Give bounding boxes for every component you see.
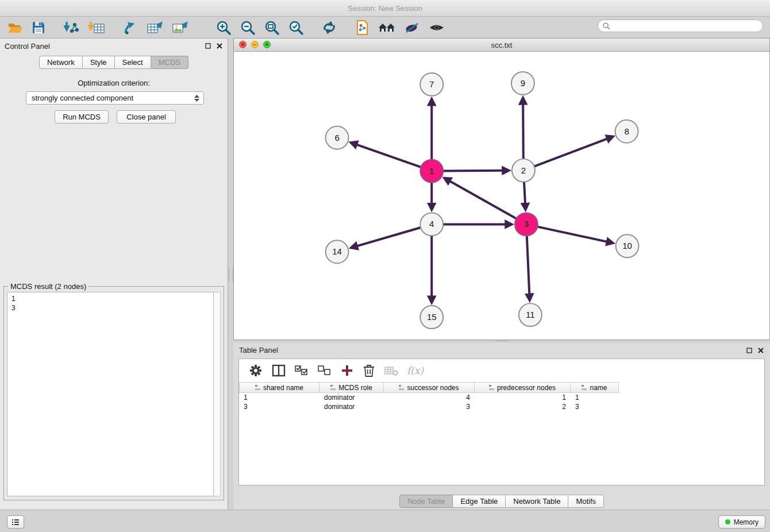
network-canvas[interactable]: 1234678910111415: [234, 51, 769, 340]
home-icon[interactable]: [374, 18, 400, 37]
graph-node-10[interactable]: 10: [616, 234, 639, 257]
zoom-selected-icon[interactable]: [284, 18, 308, 37]
graph-edge-3-11[interactable]: [527, 236, 530, 300]
float-panel-icon[interactable]: [746, 347, 753, 354]
graph-node-6[interactable]: 6: [326, 126, 349, 149]
graph-edge-2-9[interactable]: [523, 98, 523, 159]
window-zoom-icon[interactable]: [263, 41, 271, 48]
column-header-successor-nodes[interactable]: successor nodes: [384, 382, 475, 393]
delete-table-icon[interactable]: [380, 361, 402, 380]
graph-edge-4-14[interactable]: [351, 228, 421, 248]
table-cell[interactable]: 1: [571, 394, 619, 402]
column-header-name[interactable]: name: [571, 382, 619, 393]
open-session-icon[interactable]: [3, 18, 28, 37]
tab-mcds[interactable]: MCDS: [151, 56, 188, 69]
optimization-criterion-select[interactable]: strongly connected component: [26, 91, 204, 105]
zoom-fit-icon[interactable]: [260, 18, 284, 37]
close-panel-button[interactable]: Close panel: [117, 110, 176, 124]
tab-motifs[interactable]: Motifs: [568, 495, 604, 508]
table-cell[interactable]: dominator: [319, 403, 384, 411]
node-table-container: f(x) shared nameMCDS rolesuccessor nodes…: [238, 358, 765, 485]
graph-node-4[interactable]: 4: [420, 213, 443, 236]
refresh-icon[interactable]: [317, 18, 341, 37]
column-header-MCDS-role[interactable]: MCDS role: [319, 382, 384, 393]
tab-select[interactable]: Select: [115, 56, 151, 69]
control-panel-title: Control Panel: [5, 42, 50, 51]
zoom-in-icon[interactable]: [211, 18, 236, 37]
graph-node-1[interactable]: 1: [420, 160, 443, 183]
column-header-predecessor-nodes[interactable]: predecessor nodes: [475, 382, 571, 393]
graph-edge-1-2[interactable]: [443, 171, 509, 171]
table-cell[interactable]: 3: [571, 403, 619, 411]
graph-node-15[interactable]: 15: [420, 306, 443, 329]
graph-node-14[interactable]: 14: [326, 240, 349, 263]
graph-node-2[interactable]: 2: [512, 159, 535, 182]
tab-edge-table[interactable]: Edge Table: [453, 495, 506, 508]
column-header-shared-name[interactable]: shared name: [239, 382, 319, 393]
graph-edge-3-10[interactable]: [537, 227, 613, 243]
tab-network-table[interactable]: Network Table: [506, 495, 568, 508]
export-network-icon[interactable]: [118, 18, 143, 37]
float-panel-icon[interactable]: [205, 43, 211, 49]
window-close-icon[interactable]: [239, 41, 247, 48]
tab-node-table[interactable]: Node Table: [399, 495, 453, 508]
add-row-icon[interactable]: [337, 361, 357, 380]
vertical-splitter[interactable]: [228, 38, 233, 510]
table-cell[interactable]: 3: [239, 403, 319, 411]
window-minimize-icon[interactable]: [251, 41, 259, 48]
export-image-icon[interactable]: [168, 18, 193, 37]
zoom-out-icon[interactable]: [236, 18, 260, 37]
show-graphics-details-icon[interactable]: [424, 18, 449, 37]
network-file-icon[interactable]: [351, 18, 374, 37]
graph-node-8[interactable]: 8: [615, 120, 638, 143]
svg-text:8: 8: [624, 126, 629, 136]
mcds-result-list[interactable]: 1 3: [7, 292, 214, 496]
memory-button[interactable]: Memory: [718, 515, 765, 529]
table-cell[interactable]: 4: [384, 394, 475, 402]
table-cell[interactable]: 3: [384, 403, 475, 411]
table-cell[interactable]: dominator: [319, 394, 384, 402]
function-builder-icon[interactable]: f(x): [403, 365, 427, 376]
network-window-title: scc.txt: [491, 41, 513, 49]
table-row[interactable]: 1dominator411: [239, 393, 764, 402]
table-cell[interactable]: 1: [239, 394, 319, 402]
control-panel: Control Panel Network Style Select MCDS …: [0, 38, 228, 510]
graph-edge-2-8[interactable]: [534, 137, 613, 167]
select-all-icon[interactable]: [291, 361, 313, 380]
import-network-icon[interactable]: [59, 18, 84, 37]
delete-row-icon[interactable]: [359, 361, 379, 380]
graph-edge-2-3[interactable]: [524, 182, 526, 210]
save-session-icon[interactable]: [28, 18, 49, 37]
tab-style[interactable]: Style: [83, 56, 115, 69]
split-panel-icon[interactable]: [268, 361, 290, 380]
import-table-icon[interactable]: [84, 18, 109, 37]
graph-node-9[interactable]: 9: [511, 72, 534, 95]
close-panel-icon[interactable]: [216, 43, 223, 49]
search-input[interactable]: [613, 21, 763, 30]
svg-text:7: 7: [429, 79, 434, 89]
export-table-icon[interactable]: [143, 18, 168, 37]
table-row[interactable]: 3dominator323: [239, 402, 764, 411]
show-hide-panels-button[interactable]: [7, 515, 24, 529]
table-cell[interactable]: 1: [475, 394, 571, 402]
graph-node-11[interactable]: 11: [519, 303, 542, 326]
graph-edge-3-1[interactable]: [445, 178, 517, 218]
network-graph: 1234678910111415: [234, 51, 769, 340]
column-header-label: name: [590, 384, 607, 392]
table-cell[interactable]: 2: [475, 403, 571, 411]
splitter-grip[interactable]: [229, 268, 233, 282]
column-settings-icon[interactable]: [245, 361, 267, 380]
close-panel-icon[interactable]: [757, 347, 764, 354]
search-box[interactable]: [598, 20, 763, 32]
result-scrollbar[interactable]: [213, 292, 221, 496]
graph-node-7[interactable]: 7: [420, 73, 443, 96]
result-line: 1: [11, 294, 209, 303]
hide-graphics-details-icon[interactable]: [400, 18, 424, 37]
mcds-result-title: MCDS result (2 nodes): [8, 282, 88, 291]
network-window-titlebar[interactable]: scc.txt: [234, 38, 769, 52]
run-mcds-button[interactable]: Run MCDS: [55, 110, 109, 124]
graph-edge-1-6[interactable]: [351, 142, 421, 167]
unselect-all-icon[interactable]: [314, 361, 336, 380]
graph-node-3[interactable]: 3: [515, 213, 538, 236]
tab-network[interactable]: Network: [39, 56, 83, 69]
